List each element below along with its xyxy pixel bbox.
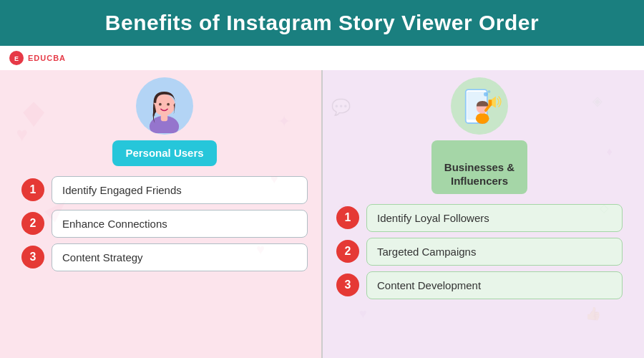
item-box-2: Enhance Connections — [52, 210, 308, 238]
item-box-r1: Identify Loyal Followers — [366, 204, 623, 232]
list-item: 2 Targeted Campaigns — [336, 238, 623, 266]
educba-logo-icon: E — [9, 50, 24, 66]
svg-text:E: E — [14, 55, 19, 62]
number-badge-r3: 3 — [336, 274, 359, 296]
svg-text:♥: ♥ — [16, 123, 28, 145]
number-badge-3: 3 — [21, 246, 44, 268]
right-panel: 💬 ◈ ♦ ✦ ◇ ♥ 👍 — [322, 70, 644, 358]
svg-text:✦: ✦ — [278, 112, 291, 130]
list-item: 2 Enhance Connections — [21, 210, 308, 238]
svg-text:◈: ◈ — [592, 94, 602, 108]
number-badge-r2: 2 — [336, 240, 359, 263]
personal-users-badge: Personal Users — [112, 140, 216, 166]
personal-users-list: 1 Identify Engaged Friends 2 Enhance Con… — [21, 176, 308, 271]
list-item: 1 Identify Loyal Followers — [336, 204, 623, 232]
number-badge-1: 1 — [21, 178, 44, 201]
svg-point-29 — [484, 92, 489, 96]
item-box-1: Identify Engaged Friends — [52, 176, 308, 204]
business-list: 1 Identify Loyal Followers 2 Targeted Ca… — [336, 204, 623, 299]
logo-text: EDUCBA — [28, 54, 66, 62]
list-item: 3 Content Strategy — [21, 243, 308, 271]
svg-point-13 — [167, 102, 170, 105]
svg-point-24 — [476, 112, 489, 123]
svg-text:♥: ♥ — [359, 306, 367, 321]
svg-point-30 — [488, 90, 491, 93]
number-badge-2: 2 — [21, 212, 44, 235]
right-avatar-area: Businesses & Influencers — [431, 77, 527, 200]
item-box-r3: Content Development — [366, 271, 623, 299]
main-content: ♥ ✦ ♥ ◇ ♥ — [0, 70, 644, 358]
svg-text:♦: ♦ — [607, 145, 613, 158]
left-avatar-area: Personal Users — [112, 77, 216, 172]
business-avatar — [451, 77, 508, 135]
businesses-badge: Businesses & Influencers — [431, 140, 527, 194]
svg-text:💬: 💬 — [331, 97, 351, 117]
list-item: 1 Identify Engaged Friends — [21, 176, 308, 204]
item-box-3: Content Strategy — [52, 243, 308, 271]
svg-text:👍: 👍 — [585, 306, 602, 321]
logo-bar: E EDUCBA — [0, 46, 644, 70]
personal-user-avatar — [136, 77, 193, 135]
list-item: 3 Content Development — [336, 271, 623, 299]
center-divider — [321, 70, 323, 358]
number-badge-r1: 1 — [336, 206, 359, 229]
page-title: Benefits of Instagram Story Viewer Order — [105, 11, 539, 34]
page-header: Benefits of Instagram Story Viewer Order — [0, 0, 644, 46]
left-panel: ♥ ✦ ♥ ◇ ♥ — [0, 70, 322, 358]
item-box-r2: Targeted Campaigns — [366, 238, 623, 266]
svg-rect-28 — [489, 100, 492, 105]
svg-point-12 — [159, 102, 162, 105]
